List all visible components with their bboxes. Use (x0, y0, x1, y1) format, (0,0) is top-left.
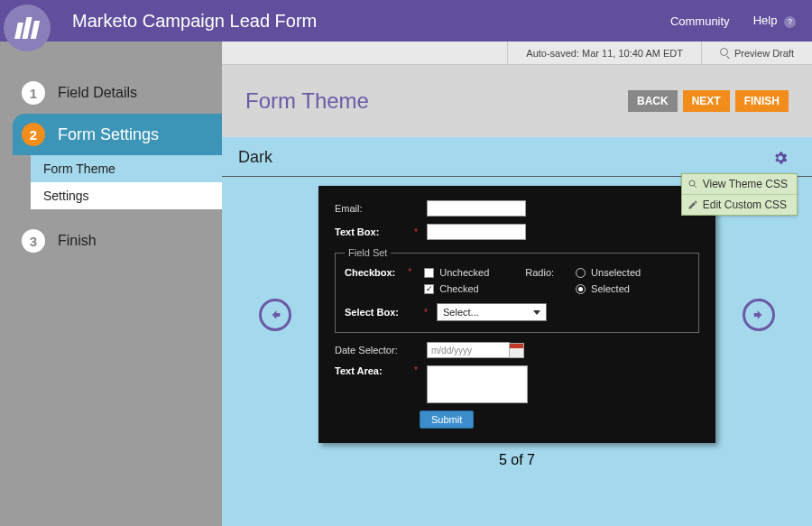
textarea-input[interactable] (427, 365, 528, 403)
required-marker: * (412, 365, 420, 375)
theme-name: Dark (238, 148, 272, 167)
autosave-status: Auto-saved: Mar 11, 10:40 AM EDT (507, 42, 701, 64)
wizard-step-field-details[interactable]: 1 Field Details (0, 72, 222, 114)
required-marker: * (422, 308, 429, 318)
finish-button[interactable]: FINISH (735, 90, 789, 112)
textbox-label: Text Box: (335, 226, 405, 237)
radio-selected[interactable]: Selected (576, 283, 641, 294)
search-icon (720, 48, 730, 58)
required-marker: * (412, 227, 420, 237)
view-theme-css[interactable]: View Theme CSS (682, 174, 797, 194)
step-label: Finish (58, 233, 97, 249)
content-panel: Auto-saved: Mar 11, 10:40 AM EDT Preview… (222, 42, 812, 526)
fieldset: Field Set Checkbox: * Unchecked ✓Checked (335, 247, 699, 333)
date-label: Date Selector: (335, 345, 405, 355)
app-title: Marketo Campaign Lead Form (72, 11, 670, 32)
wizard-step-form-settings[interactable]: 2 Form Settings (13, 114, 222, 155)
email-input[interactable] (427, 200, 526, 217)
theme-preview-card: Email: Text Box: * Field Set (318, 186, 715, 443)
substep-form-theme[interactable]: Form Theme (31, 155, 222, 182)
svg-point-0 (689, 180, 695, 186)
selectbox-label: Select Box: (345, 307, 415, 318)
date-input[interactable]: m/dd/yyyy (427, 342, 510, 358)
page-header: Form Theme BACK NEXT FINISH (222, 65, 812, 137)
fieldset-legend: Field Set (345, 247, 391, 258)
textbox-input[interactable] (427, 224, 526, 240)
substep-settings[interactable]: Settings (31, 182, 222, 209)
checkbox-icon (424, 268, 434, 278)
step-number: 1 (22, 81, 45, 105)
select-input[interactable]: Select... (437, 303, 547, 321)
arrow-right-icon (752, 308, 766, 322)
help-link[interactable]: Help ? (753, 14, 796, 28)
step-label: Form Settings (58, 125, 159, 144)
gear-icon[interactable] (772, 150, 789, 166)
wizard-substeps: Form Theme Settings (31, 155, 222, 209)
logo-icon (16, 17, 38, 39)
textarea-label: Text Area: (335, 365, 405, 376)
radio-icon (576, 268, 586, 278)
pencil-icon (687, 199, 698, 210)
step-number: 2 (22, 123, 45, 146)
next-button[interactable]: NEXT (683, 90, 730, 112)
prev-theme-button[interactable] (259, 299, 291, 331)
svg-line-1 (694, 185, 697, 188)
page-title: Form Theme (245, 88, 628, 114)
required-marker: * (406, 267, 413, 294)
back-button[interactable]: BACK (628, 90, 678, 112)
app-logo[interactable] (4, 5, 51, 51)
theme-area: Dark View Theme CSS Edit Custom CSS (222, 137, 812, 526)
status-bar: Auto-saved: Mar 11, 10:40 AM EDT Preview… (222, 42, 812, 65)
help-icon: ? (784, 16, 796, 28)
step-label: Field Details (58, 85, 137, 101)
wizard-step-finish[interactable]: 3 Finish (0, 220, 222, 262)
preview-draft-button[interactable]: Preview Draft (701, 42, 812, 64)
edit-custom-css[interactable]: Edit Custom CSS (682, 194, 797, 215)
top-bar: Marketo Campaign Lead Form Community Hel… (0, 0, 812, 42)
search-icon (687, 179, 698, 189)
theme-counter: 5 of 7 (222, 452, 812, 468)
next-theme-button[interactable] (743, 299, 775, 331)
step-number: 3 (22, 229, 45, 253)
radio-icon (576, 284, 586, 294)
submit-button[interactable]: Submit (420, 411, 474, 429)
arrow-left-icon (268, 308, 282, 322)
wizard-nav: 1 Field Details 2 Form Settings Form The… (0, 42, 222, 526)
checkbox-checked[interactable]: ✓Checked (424, 283, 489, 294)
checkbox-label: Checkbox: (345, 267, 395, 278)
radio-label: Radio: (525, 267, 554, 294)
email-label: Email: (335, 203, 405, 214)
checkbox-icon: ✓ (424, 284, 434, 294)
checkbox-unchecked[interactable]: Unchecked (424, 267, 489, 278)
css-menu: View Theme CSS Edit Custom CSS (681, 173, 798, 216)
calendar-icon[interactable] (509, 343, 524, 358)
radio-unselected[interactable]: Unselected (576, 267, 641, 278)
community-link[interactable]: Community (670, 14, 730, 28)
chevron-down-icon (533, 310, 540, 315)
